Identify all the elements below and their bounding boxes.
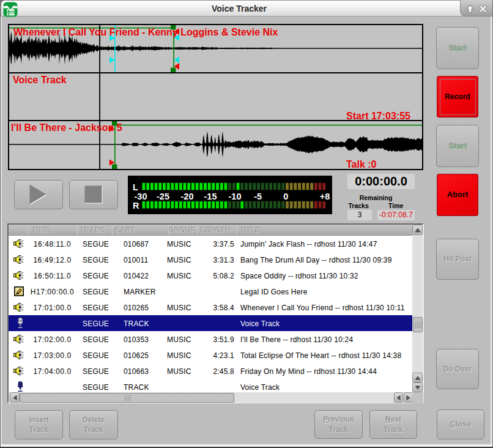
svg-text:-20: -20	[181, 192, 194, 201]
svg-text:-10: -10	[229, 192, 242, 201]
svg-text:-5: -5	[254, 192, 262, 201]
svg-text:R: R	[133, 201, 139, 211]
svg-text:L: L	[133, 182, 138, 192]
svg-text:-15: -15	[204, 192, 217, 201]
svg-text:0: 0	[283, 192, 288, 201]
svg-text:-25: -25	[157, 192, 169, 201]
svg-text:+8: +8	[320, 192, 330, 201]
svg-text:-30: -30	[135, 192, 147, 201]
